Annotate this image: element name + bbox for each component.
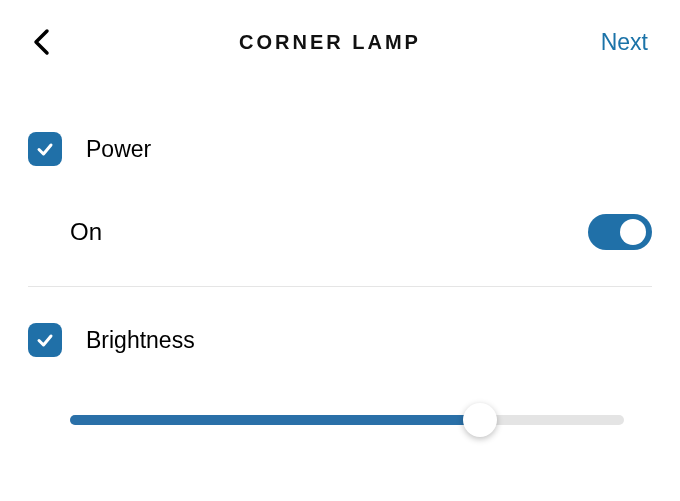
brightness-section: Brightness bbox=[0, 295, 680, 445]
power-section: Power On bbox=[0, 112, 680, 278]
slider-thumb[interactable] bbox=[463, 403, 497, 437]
next-button[interactable]: Next bbox=[588, 29, 648, 56]
power-row: Power bbox=[28, 112, 652, 186]
power-state-label: On bbox=[70, 218, 102, 246]
power-label: Power bbox=[86, 136, 151, 163]
check-icon bbox=[35, 139, 55, 159]
app-header: CORNER LAMP Next bbox=[0, 0, 680, 80]
chevron-left-icon bbox=[32, 28, 50, 56]
brightness-label: Brightness bbox=[86, 327, 195, 354]
brightness-slider-row bbox=[28, 377, 652, 445]
back-button[interactable] bbox=[32, 22, 72, 62]
power-state-row: On bbox=[28, 186, 652, 278]
brightness-row: Brightness bbox=[28, 295, 652, 377]
section-divider bbox=[28, 286, 652, 287]
check-icon bbox=[35, 330, 55, 350]
page-title: CORNER LAMP bbox=[72, 31, 588, 54]
brightness-slider[interactable] bbox=[70, 415, 624, 425]
power-toggle[interactable] bbox=[588, 214, 652, 250]
brightness-checkbox[interactable] bbox=[28, 323, 62, 357]
toggle-knob bbox=[620, 219, 646, 245]
power-checkbox[interactable] bbox=[28, 132, 62, 166]
slider-fill bbox=[70, 415, 480, 425]
